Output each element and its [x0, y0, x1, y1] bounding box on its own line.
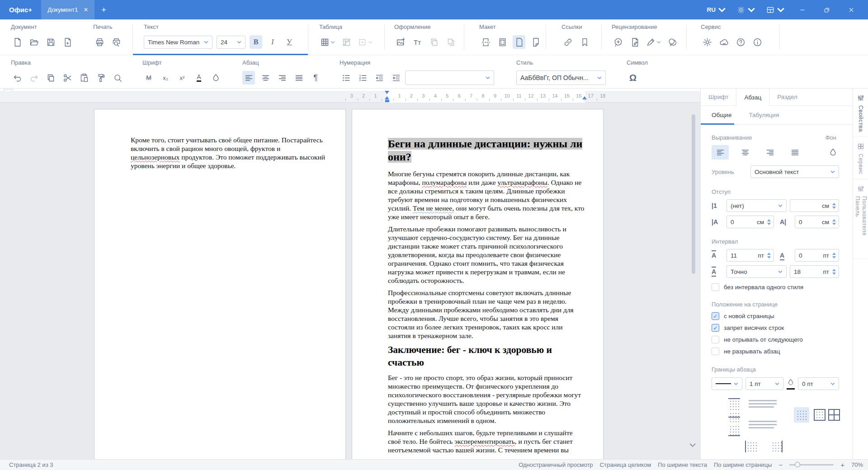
strikethrough-button[interactable]: М [142, 71, 155, 85]
track-changes-button[interactable] [645, 35, 662, 49]
copy-object-button[interactable] [428, 35, 440, 49]
open-document-button[interactable] [28, 35, 40, 49]
restore-button[interactable] [816, 0, 837, 19]
paragraph[interactable]: Многие бегуны стремятся покорить длинные… [388, 169, 586, 221]
keep-with-next-checkbox[interactable]: ✓ не отрывать от следующего [712, 336, 839, 343]
cut-button[interactable] [61, 71, 74, 85]
border-top-button[interactable] [728, 398, 740, 410]
close-tab-icon[interactable]: ✕ [84, 6, 89, 13]
chat-button[interactable] [666, 35, 679, 49]
paragraph[interactable]: Профессиональные спортсмены советуют вкл… [388, 288, 586, 340]
tab-paragraph[interactable]: Абзац [736, 89, 769, 106]
cloud-sync-button[interactable] [717, 35, 730, 49]
stepper-arrows[interactable] [832, 269, 836, 275]
ruler-scale[interactable]: 321123456789101112131415161718 [0, 91, 700, 103]
fit-page-button[interactable]: Страница целиком [600, 461, 651, 468]
theme-button[interactable] [733, 6, 759, 14]
increase-indent-button[interactable] [390, 71, 402, 85]
decrease-indent-button[interactable] [373, 71, 386, 85]
border-bottom-button[interactable] [728, 424, 740, 436]
subtab-general[interactable]: Общие [701, 112, 738, 118]
print-button[interactable] [93, 35, 106, 49]
workspace-layout-button[interactable] [763, 6, 788, 14]
border-all-button[interactable] [828, 409, 840, 421]
line-spacing-size-input[interactable]: 18 пт [790, 265, 839, 278]
paste-button[interactable] [78, 71, 90, 85]
document-tab[interactable]: Документ1 ✕ [41, 0, 94, 19]
indent-left-input[interactable]: 0 см [726, 216, 774, 228]
zoom-in-button[interactable]: + [840, 461, 844, 469]
page-3[interactable]: Беги на длинные дистанции: нужны ли они?… [352, 109, 604, 459]
tab-section[interactable]: Раздел [769, 89, 805, 105]
underline-button[interactable]: У [283, 35, 296, 49]
redo-button[interactable] [28, 71, 40, 85]
about-button[interactable] [751, 35, 764, 49]
border-color-button[interactable] [787, 378, 795, 390]
font-size-select[interactable]: 24 [217, 36, 245, 49]
stepper-arrows[interactable] [832, 203, 836, 209]
subtab-tabulation[interactable]: Табуляция [738, 112, 785, 118]
subscript-button[interactable]: x₂ [159, 71, 172, 85]
search-button[interactable] [111, 71, 124, 85]
rail-tab-service[interactable]: Сервис [853, 137, 868, 179]
paragraph[interactable]: Бег - это не просто спорт, это образ жиз… [388, 373, 586, 425]
bullet-list-button[interactable] [340, 71, 352, 85]
page-size-button[interactable] [513, 35, 525, 49]
border-style-select[interactable] [712, 377, 742, 390]
margins-button[interactable] [496, 35, 509, 49]
left-indent-marker[interactable] [385, 100, 389, 102]
checkbox[interactable]: ✓ [712, 348, 719, 355]
paragraph[interactable]: Кроме того, стоит учитывать своё общее п… [131, 136, 326, 170]
checkbox[interactable]: ✓ [712, 324, 719, 332]
italic-button[interactable]: I [266, 35, 279, 49]
panel-align-center-button[interactable] [736, 145, 754, 160]
save-as-button[interactable] [61, 35, 74, 49]
spacing-after-input[interactable]: 0 пт [795, 249, 839, 262]
first-line-indent-select[interactable]: (нет) [726, 199, 787, 212]
checkbox[interactable]: ✓ [712, 312, 719, 320]
border-inner-horizontal-button[interactable] [728, 411, 740, 423]
superscript-button[interactable]: x² [176, 71, 189, 85]
font-name-select[interactable]: Times New Roman [144, 36, 212, 49]
scroll-down-icon[interactable] [689, 442, 696, 448]
indent-right-input[interactable]: 0 см [795, 216, 839, 228]
page-break-before-checkbox[interactable]: ✓ с новой страницы [712, 312, 839, 320]
stepper-arrows[interactable] [832, 219, 836, 225]
border-left-button[interactable] [745, 441, 757, 452]
heading-1[interactable]: Беги на длинные дистанции: нужны ли они? [388, 137, 586, 164]
border-outer-button[interactable] [814, 409, 826, 421]
align-right-button[interactable] [276, 71, 288, 85]
undo-button[interactable] [11, 71, 24, 85]
zoom-out-button[interactable]: − [778, 461, 783, 469]
align-left-button[interactable] [242, 71, 255, 85]
fit-text-width-button[interactable]: По ширине текста [658, 461, 707, 468]
border-none-button[interactable] [794, 407, 809, 423]
numbered-list-button[interactable] [356, 71, 369, 85]
widow-control-checkbox[interactable]: ✓ запрет висячих строк [712, 324, 839, 332]
single-page-view-button[interactable]: Одностраничный просмотр [519, 461, 593, 468]
help-button[interactable] [734, 35, 747, 49]
multilevel-list-select[interactable] [405, 70, 494, 85]
level-select[interactable]: Основной текст [750, 165, 839, 178]
panel-align-left-button[interactable] [712, 145, 729, 160]
style-select[interactable]: АаБбВвГг, ОП Обычн... [516, 70, 606, 85]
stepper-arrows[interactable] [832, 253, 836, 258]
checkbox[interactable]: ✓ [712, 283, 719, 291]
checkbox[interactable]: ✓ [712, 336, 719, 343]
save-button[interactable] [44, 35, 57, 49]
group-object-button[interactable] [444, 35, 457, 49]
settings-button[interactable] [701, 35, 713, 49]
cell-settings-button[interactable] [357, 35, 373, 49]
new-document-button[interactable] [11, 35, 24, 49]
hanging-indent-marker[interactable] [385, 96, 389, 99]
new-tab-button[interactable]: + [94, 0, 113, 19]
first-line-size-input[interactable]: см [790, 199, 839, 212]
add-comment-button[interactable] [612, 35, 624, 49]
paragraph[interactable]: Начните с небольших шагов, будьте терпел… [388, 428, 586, 454]
paragraph-background-button[interactable] [826, 145, 839, 160]
insert-table-button[interactable] [319, 35, 336, 49]
app-menu-button[interactable]: Офис+ [0, 0, 41, 19]
tab-font[interactable]: Шрифт [701, 89, 736, 105]
copy-button[interactable] [44, 71, 57, 85]
first-line-indent-marker[interactable] [385, 91, 389, 94]
